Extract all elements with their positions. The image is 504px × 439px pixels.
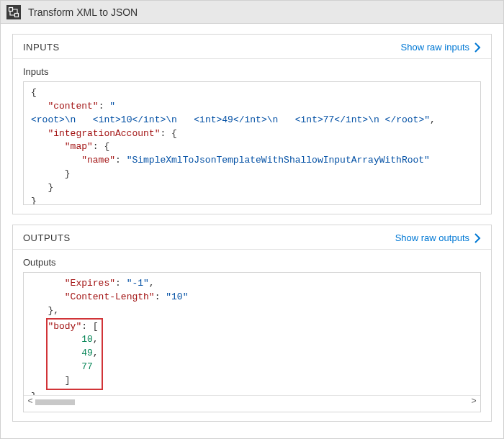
scroll-right-icon[interactable]: > bbox=[469, 397, 479, 407]
panel-header-bar: Transform XML to JSON bbox=[1, 1, 503, 24]
outputs-code-content[interactable]: "Expires": "-1", "Content-Length": "10" … bbox=[24, 273, 480, 395]
inputs-code-content[interactable]: { "content": " <root>\n <int>10</int>\n … bbox=[24, 82, 480, 204]
outputs-horizontal-scrollbar[interactable]: < > bbox=[24, 395, 480, 408]
show-raw-outputs-label: Show raw outputs bbox=[395, 232, 469, 243]
svg-rect-1 bbox=[15, 13, 19, 17]
inputs-section-title: INPUTS bbox=[23, 42, 60, 53]
transform-icon bbox=[6, 5, 21, 19]
show-raw-outputs-link[interactable]: Show raw outputs bbox=[395, 232, 481, 243]
chevron-right-icon bbox=[474, 233, 481, 243]
inputs-panel: INPUTS Show raw inputs Inputs { "content… bbox=[12, 34, 492, 214]
inputs-box-label: Inputs bbox=[23, 66, 481, 77]
show-raw-inputs-link[interactable]: Show raw inputs bbox=[401, 42, 481, 53]
page-title: Transform XML to JSON bbox=[28, 6, 138, 18]
scroll-thumb[interactable] bbox=[35, 399, 75, 405]
outputs-panel: OUTPUTS Show raw outputs Outputs "Expire… bbox=[12, 225, 492, 422]
outputs-code-box: "Expires": "-1", "Content-Length": "10" … bbox=[23, 272, 481, 412]
scroll-left-icon[interactable]: < bbox=[25, 397, 35, 407]
outputs-box-label: Outputs bbox=[23, 257, 481, 268]
show-raw-inputs-label: Show raw inputs bbox=[401, 42, 469, 53]
svg-rect-0 bbox=[9, 7, 13, 11]
inputs-panel-body: Inputs { "content": " <root>\n <int>10</… bbox=[13, 59, 491, 214]
outputs-panel-header: OUTPUTS Show raw outputs bbox=[13, 225, 491, 250]
outputs-section-title: OUTPUTS bbox=[23, 232, 71, 243]
inputs-panel-header: INPUTS Show raw inputs bbox=[13, 35, 491, 59]
inputs-code-box: { "content": " <root>\n <int>10</int>\n … bbox=[23, 81, 481, 205]
body-highlight-box: "body": [ 10, 49, 77 ] bbox=[46, 318, 102, 390]
scroll-track[interactable] bbox=[35, 398, 469, 407]
chevron-right-icon bbox=[474, 42, 481, 53]
outputs-panel-body: Outputs "Expires": "-1", "Content-Length… bbox=[13, 250, 491, 421]
